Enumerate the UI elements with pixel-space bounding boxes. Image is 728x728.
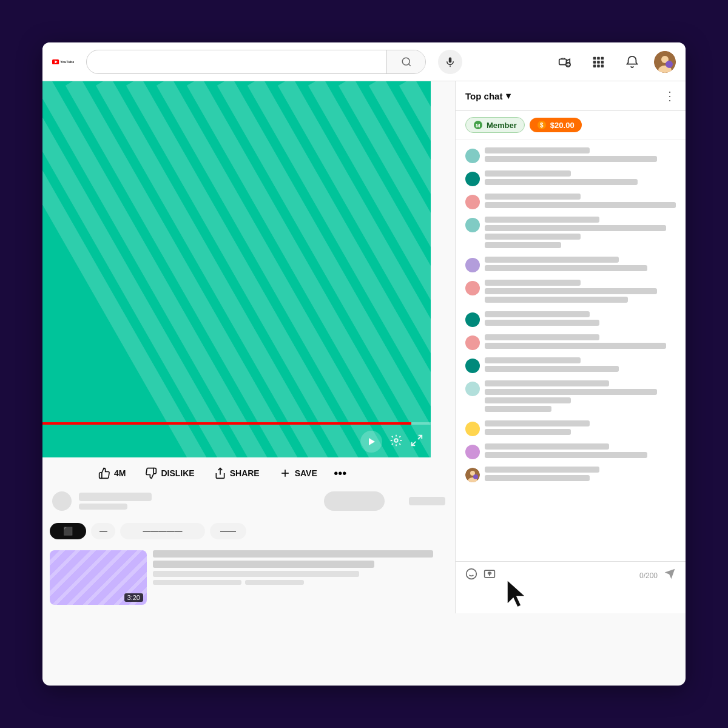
subscriber-count — [79, 504, 127, 510]
super-chat-amount: $20.00 — [550, 121, 575, 130]
mouse-cursor — [504, 577, 541, 619]
save-button[interactable]: SAVE — [272, 462, 325, 484]
dislike-button[interactable]: DISLIKE — [138, 462, 201, 484]
channel-info — [79, 493, 317, 510]
top-chat-label: Top chat — [465, 91, 502, 101]
chat-message — [456, 167, 686, 190]
svg-rect-14 — [601, 56, 604, 59]
rec-filter-bar: ⬛ — ————— —— — [50, 518, 448, 547]
chat-message — [456, 254, 686, 277]
search-bar — [86, 50, 426, 74]
chat-message — [456, 463, 686, 487]
fullscreen-button[interactable] — [410, 434, 423, 450]
user-avatar[interactable] — [654, 51, 676, 73]
char-count: 0/200 — [639, 571, 658, 580]
rec-title-line-1 — [153, 550, 433, 558]
rec-meta-line-1 — [153, 571, 359, 577]
member-badge[interactable]: M Member — [465, 117, 525, 133]
search-input[interactable] — [87, 50, 386, 73]
yt-logo-svg: YouTube — [52, 55, 74, 69]
rec-duration: 3:20 — [124, 593, 143, 602]
svg-rect-5 — [559, 59, 567, 64]
chat-message — [456, 417, 686, 440]
top-chat-dropdown[interactable]: Top chat ▾ — [465, 90, 511, 101]
message-avatar — [465, 445, 480, 459]
message-content — [485, 147, 676, 164]
message-avatar — [465, 281, 480, 295]
more-button[interactable]: ••• — [329, 462, 351, 484]
message-avatar — [465, 218, 480, 232]
chat-more-button[interactable]: ⋮ — [664, 89, 676, 103]
bell-icon — [625, 55, 639, 69]
super-chat-badge[interactable]: $ $20.00 — [530, 118, 582, 132]
apps-icon — [592, 55, 605, 69]
settings-button[interactable] — [389, 434, 403, 450]
dollar-icon — [484, 568, 496, 580]
message-content — [485, 217, 676, 251]
like-count: 4M — [114, 468, 126, 478]
save-label: SAVE — [295, 468, 317, 478]
message-content — [485, 467, 676, 484]
message-avatar — [465, 312, 480, 327]
more-icon: ••• — [334, 467, 346, 480]
progress-bar-fill — [42, 422, 411, 425]
super-chat-button[interactable] — [484, 568, 496, 583]
progress-bar-container[interactable] — [42, 422, 431, 425]
svg-rect-12 — [593, 56, 596, 59]
recommendations: ⬛ — ————— —— 3:20 — [42, 513, 455, 613]
svg-rect-3 — [449, 57, 452, 62]
channel-avatar — [52, 491, 72, 511]
thumbs-down-icon — [145, 467, 157, 479]
message-content — [485, 380, 676, 414]
cursor-area — [456, 589, 686, 613]
message-content — [485, 257, 676, 274]
emoji-button[interactable] — [465, 568, 477, 583]
channel-extra — [409, 497, 445, 505]
video-background — [42, 81, 431, 457]
filter-chip-all[interactable]: ⬛ — [50, 523, 86, 539]
super-chat-icon: $ — [537, 120, 547, 130]
rec-info — [153, 550, 448, 605]
rec-thumbnail[interactable]: 3:20 — [50, 550, 147, 605]
member-icon: M — [473, 120, 483, 130]
apps-button[interactable] — [586, 50, 610, 74]
share-icon — [214, 467, 226, 479]
svg-point-24 — [666, 61, 673, 68]
like-button[interactable]: 4M — [91, 462, 133, 484]
filter-chip-2[interactable]: ————— — [120, 523, 205, 539]
play-button[interactable] — [360, 431, 382, 453]
subscribe-button[interactable] — [324, 491, 385, 511]
rec-title-line-2 — [153, 561, 374, 568]
rec-meta-line-3 — [245, 580, 304, 585]
rec-meta-row — [153, 580, 448, 585]
chat-filter-bar: M Member $ $20.00 — [456, 111, 686, 140]
top-bar: YouTube — [42, 42, 686, 81]
video-actions: 4M DISLIKE SHARE — [42, 457, 455, 489]
share-button[interactable]: SHARE — [207, 462, 267, 484]
create-button[interactable] — [552, 50, 576, 74]
settings-icon — [389, 434, 403, 447]
mic-button[interactable] — [438, 50, 462, 74]
save-icon — [279, 467, 291, 479]
channel-name — [79, 493, 152, 501]
chat-messages[interactable] — [456, 140, 686, 561]
svg-text:YouTube: YouTube — [60, 60, 74, 64]
video-player[interactable] — [42, 81, 431, 457]
svg-rect-17 — [601, 61, 604, 64]
notifications-button[interactable] — [620, 50, 644, 74]
fullscreen-icon — [410, 434, 423, 447]
filter-chip-1[interactable]: — — [91, 523, 115, 539]
channel-row — [42, 489, 455, 513]
svg-line-44 — [412, 441, 416, 445]
chat-message — [456, 354, 686, 377]
message-avatar — [465, 195, 480, 209]
filter-chip-3[interactable]: —— — [210, 523, 246, 539]
chat-message — [456, 190, 686, 214]
message-content — [485, 194, 676, 211]
svg-rect-13 — [597, 56, 600, 59]
video-controls — [360, 431, 423, 453]
play-icon — [367, 437, 376, 446]
message-content — [485, 420, 676, 437]
send-button[interactable] — [664, 568, 676, 583]
search-button[interactable] — [386, 50, 425, 73]
